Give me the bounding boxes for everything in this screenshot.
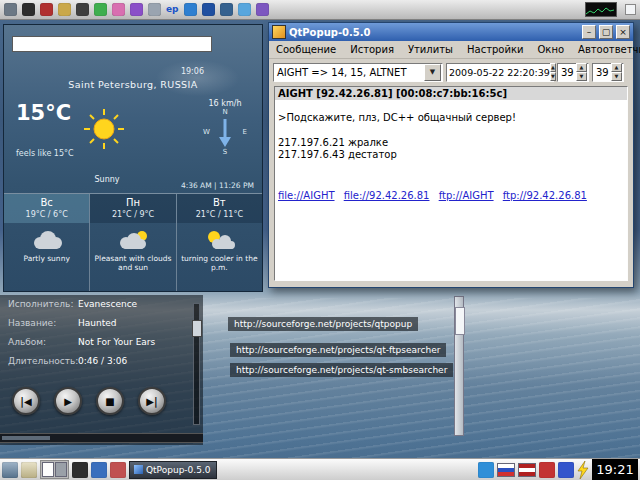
titlebar[interactable]: QtPopup-0.5.0 – ▢ × (269, 23, 633, 41)
qtpopup-window: QtPopup-0.5.0 – ▢ × Сообщение История Ут… (268, 22, 634, 288)
earth-icon[interactable] (220, 3, 233, 16)
link-ftp-ip[interactable]: ftp://92.42.26.81 (503, 190, 587, 201)
cpu-graph-icon (586, 5, 614, 16)
pager-desktop-1[interactable] (42, 462, 54, 477)
player-buttons: |◀ ▶ ■ ▶| (12, 387, 166, 415)
pager-desktop-2[interactable] (55, 462, 67, 477)
volume-slider[interactable] (193, 303, 200, 425)
menubar: Сообщение История Утилиты Настройки Окно… (269, 41, 633, 59)
terminal-icon[interactable] (22, 3, 35, 16)
spin-down-icon[interactable]: ▼ (550, 72, 556, 81)
task-window-icon (134, 465, 143, 474)
close-button[interactable]: × (616, 25, 630, 39)
weather-search-input[interactable] (12, 36, 212, 52)
play-button[interactable]: ▶ (54, 387, 82, 415)
forecast-day-3[interactable]: Вт 21°C / 11°C turning cooler in the p.m… (176, 194, 262, 291)
system-monitor-widget[interactable] (585, 2, 617, 17)
taskbar-task-qtpopup[interactable]: QtPopup-0.5.0 (129, 461, 217, 479)
link-file-ip[interactable]: file://92.42.26.81 (344, 190, 430, 201)
link-ftp-aight[interactable]: ftp://AIGHT (439, 190, 494, 201)
spin-up-icon[interactable]: ▲ (576, 63, 587, 72)
files-icon[interactable] (58, 3, 71, 16)
ep-icon[interactable]: ep (166, 3, 179, 16)
seek-bar[interactable] (0, 433, 203, 443)
next-button[interactable]: ▶| (138, 387, 166, 415)
web-browser-icon[interactable] (202, 3, 215, 16)
menu-autoresponder[interactable]: Автоответчик (571, 44, 640, 55)
menu-history[interactable]: История (343, 44, 401, 55)
compass-s-label: S (223, 148, 227, 156)
duration-value: 0:46 / 3:06 (78, 356, 127, 366)
compass-n-label: N (222, 108, 227, 116)
sunrise-sunset: 4:36 AM | 11:26 PM (181, 181, 254, 190)
spin-down-icon[interactable]: ▼ (576, 72, 587, 81)
forecast-day-2[interactable]: Пн 21°C / 9°C Pleasant with clouds and s… (89, 194, 175, 291)
weather-temp: 15°C (16, 101, 71, 125)
maximize-button[interactable]: ▢ (599, 25, 613, 39)
tray-network-icon[interactable] (478, 462, 494, 478)
forecast-day-1[interactable]: Вс 19°C / 6°C Partly sunny (4, 194, 89, 291)
spinbox-2[interactable]: 39 ▲▼ (592, 63, 624, 82)
menu-utilities[interactable]: Утилиты (401, 44, 460, 55)
tray-update-icon[interactable] (539, 462, 555, 478)
forecast-desc: Partly sunny (4, 255, 89, 264)
chat-icon[interactable] (112, 3, 125, 16)
previous-button[interactable]: |◀ (12, 387, 40, 415)
grid-icon[interactable] (148, 3, 161, 16)
globe-icon[interactable] (184, 3, 197, 16)
clouds-sun-icon (90, 225, 175, 255)
top-panel: ep (0, 0, 640, 20)
browser-launcher-icon[interactable] (91, 462, 107, 478)
desktop-root: ep 19:06 Saint Petersburg, RUSSIA 15°C f… (0, 0, 640, 480)
datetime-spin-buttons[interactable]: ▲▼ (550, 63, 556, 81)
desktop-url-qt-smbsearcher[interactable]: http://sourceforge.net/projects/qt-smbse… (230, 363, 453, 377)
editor-launcher-icon[interactable] (110, 462, 126, 478)
power-icon[interactable] (577, 461, 589, 479)
star-icon[interactable] (130, 3, 143, 16)
mail-icon[interactable] (238, 3, 251, 16)
menu-message[interactable]: Сообщение (269, 44, 343, 55)
menu-settings[interactable]: Настройки (460, 44, 530, 55)
tray-keyboard-layout-icon[interactable] (518, 463, 536, 477)
minimize-button[interactable]: – (582, 25, 596, 39)
forecast-temps: 19°C / 6°C (4, 210, 89, 219)
desktop-url-qt-ftpsearcher[interactable]: http://sourceforge.net/projects/qt-ftpse… (230, 343, 446, 357)
media-icon[interactable] (40, 3, 53, 16)
album-label: Альбом: (8, 337, 78, 347)
player-row-title: Название: Haunted (0, 314, 203, 328)
desktop-scrollbar[interactable] (454, 296, 464, 436)
spin-up-icon[interactable]: ▲ (611, 63, 622, 72)
taskbar: QtPopup-0.5.0 19:21 (0, 458, 640, 480)
tray-flag-icon[interactable] (497, 463, 515, 477)
desktop-url-qtpopup[interactable]: http://sourceforge.net/projects/qtpopup (228, 317, 418, 331)
weather-widget: 19:06 Saint Petersburg, RUSSIA 15°C feel… (3, 24, 263, 292)
spin-down-icon[interactable]: ▼ (611, 72, 622, 81)
chevron-down-icon[interactable]: ▼ (424, 64, 441, 81)
spin-up-icon[interactable]: ▲ (550, 63, 556, 72)
message-line: 217.197.6.21 жралке (275, 137, 627, 148)
stop-button[interactable]: ■ (96, 387, 124, 415)
spin-buttons[interactable]: ▲▼ (576, 63, 587, 81)
datetime-field[interactable]: 2009-05-22 22:20:39 ▲▼ (446, 63, 554, 82)
monitor-icon[interactable] (4, 3, 17, 16)
show-desktop-button[interactable] (21, 462, 37, 478)
usb-icon[interactable] (76, 3, 89, 16)
message-links: file://AIGHT file://92.42.26.81 ftp://AI… (275, 190, 627, 201)
tray-mini-icon[interactable] (625, 4, 636, 15)
music-icon[interactable] (256, 3, 269, 16)
scrollbar-handle[interactable] (455, 307, 465, 335)
spin-buttons[interactable]: ▲▼ (611, 63, 622, 81)
taskbar-clock[interactable]: 19:21 (592, 459, 638, 480)
compass-e-label: E (243, 128, 247, 136)
spinbox-1[interactable]: 39 ▲▼ (557, 63, 589, 82)
desktop-pager[interactable] (40, 460, 69, 479)
host-combobox[interactable]: AIGHT => 14, 15, ALTNET ▼ (273, 63, 443, 82)
paint-icon[interactable] (94, 3, 107, 16)
tray-volume-icon[interactable] (558, 462, 574, 478)
volume-slider-handle[interactable] (192, 320, 202, 337)
message-area[interactable]: AIGHT [92.42.26.81] [00:08:c7:bb:16:5c] … (274, 86, 628, 281)
menu-window[interactable]: Окно (530, 44, 571, 55)
link-file-aight[interactable]: file://AIGHT (278, 190, 335, 201)
terminal-launcher-icon[interactable] (72, 462, 88, 478)
menu-button[interactable] (2, 462, 18, 478)
